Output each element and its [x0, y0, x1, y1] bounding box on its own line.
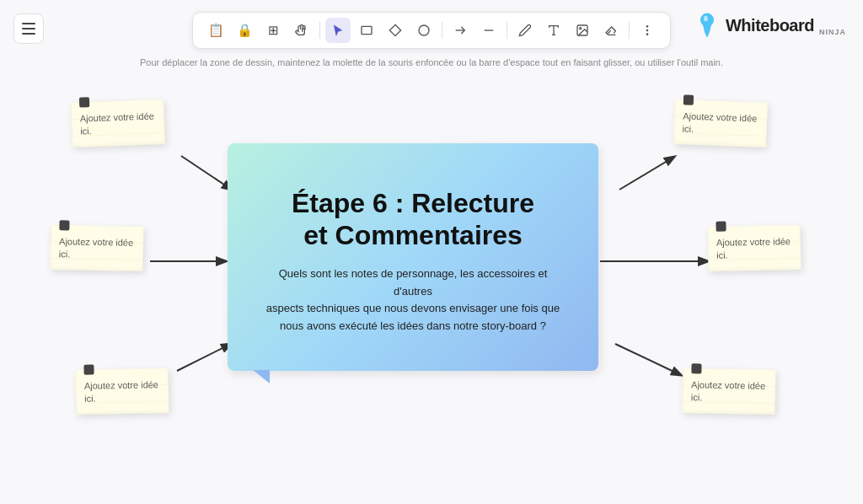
menu-line-3	[22, 33, 35, 35]
sticky-bottom-right[interactable]: Ajoutez votre idée ici.	[683, 368, 776, 415]
svg-point-16	[646, 26, 647, 27]
svg-point-15	[580, 28, 582, 29]
svg-point-20	[704, 16, 708, 21]
more-tool[interactable]	[635, 18, 660, 43]
logo: Whiteboard NINJA	[694, 12, 846, 39]
hand-tool[interactable]	[289, 18, 314, 43]
text-tool[interactable]	[541, 18, 566, 43]
diamond-tool[interactable]	[383, 18, 408, 43]
sticky-text-3: Ajoutez votre idée ici.	[84, 379, 158, 404]
svg-point-18	[646, 34, 647, 35]
sticky-pin-4	[683, 94, 694, 105]
sticky-pin-6	[691, 363, 701, 373]
clipboard-tool[interactable]: 📋	[203, 18, 228, 43]
menu-line-1	[22, 23, 35, 24]
sticky-text-4: Ajoutez votre idée ici.	[683, 110, 758, 134]
main-card: Étape 6 : Relecture et Commentaires Quel…	[228, 143, 598, 371]
sticky-middle-left[interactable]: Ajoutez votre idée ici.	[51, 225, 144, 271]
toolbar: 📋 🔒 ⊞	[192, 12, 671, 49]
circle-tool[interactable]	[411, 18, 437, 43]
pencil-tool[interactable]	[512, 18, 538, 43]
sticky-pin-1	[79, 97, 89, 107]
grid-tool[interactable]: ⊞	[260, 18, 286, 43]
line-tool[interactable]	[476, 18, 501, 43]
logo-subtitle: NINJA	[819, 28, 846, 36]
menu-line-2	[22, 28, 35, 29]
lock-tool[interactable]: 🔒	[232, 18, 257, 43]
svg-point-9	[419, 25, 429, 35]
logo-brand: Whiteboard	[726, 16, 814, 35]
logo-icon	[694, 12, 721, 39]
sticky-text-5: Ajoutez votre idée ici.	[716, 236, 791, 260]
main-card-title: Étape 6 : Relecture et Commentaires	[292, 187, 534, 252]
sticky-top-right[interactable]: Ajoutez votre idée ici.	[673, 99, 768, 147]
divider-1	[319, 22, 320, 39]
divider-3	[507, 22, 507, 39]
main-card-body: Quels sont les notes de personnage, les …	[261, 265, 565, 335]
eraser-tool[interactable]	[598, 18, 624, 43]
sticky-text-1: Ajoutez votre idée ici.	[80, 111, 154, 137]
image-tool[interactable]	[570, 18, 595, 43]
sticky-pin-3	[83, 365, 94, 375]
select-tool[interactable]	[325, 18, 351, 43]
arrow-tool[interactable]	[448, 18, 473, 43]
svg-point-17	[646, 29, 647, 30]
sticky-pin-2	[59, 220, 69, 230]
sticky-text-2: Ajoutez votre idée ici.	[59, 236, 134, 260]
sticky-top-left[interactable]: Ajoutez votre idée ici.	[71, 99, 165, 147]
hint-text: Pour déplacer la zone de dessin, mainten…	[140, 57, 723, 67]
divider-2	[442, 22, 442, 39]
divider-4	[629, 22, 630, 39]
sticky-text-6: Ajoutez votre idée ici.	[691, 379, 766, 403]
sticky-middle-right[interactable]: Ajoutez votre idée ici.	[708, 225, 801, 271]
svg-rect-7	[362, 26, 372, 34]
sticky-pin-5	[716, 222, 726, 232]
svg-marker-8	[389, 24, 400, 35]
sticky-bottom-left[interactable]: Ajoutez votre idée ici.	[76, 368, 169, 415]
menu-button[interactable]	[13, 13, 44, 44]
rectangle-tool[interactable]	[354, 18, 379, 43]
